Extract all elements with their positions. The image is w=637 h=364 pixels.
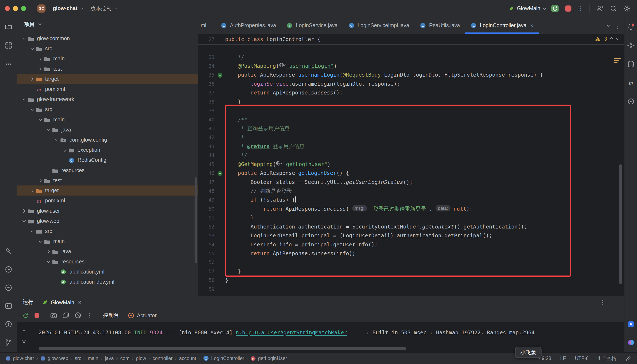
code-line-44[interactable]: 44 */ [198, 151, 624, 160]
tool-maven[interactable]: m [626, 78, 635, 88]
breadcrumb-LoginController[interactable]: CLoginController [203, 355, 244, 362]
tree-chevron-icon[interactable] [29, 230, 35, 232]
breadcrumb-account[interactable]: account [179, 355, 196, 361]
tree-chevron-icon[interactable] [20, 98, 27, 100]
tree-chevron-icon[interactable] [29, 47, 35, 50]
tab-RsaUtils.java[interactable]: CRsaUtils.java [414, 17, 465, 34]
tree-item-pom.xml[interactable]: mpom.xml [17, 196, 198, 206]
more-icon[interactable]: ⋮ [87, 312, 93, 318]
code-line-43[interactable]: 43 * @return 登录用户信息 [198, 142, 624, 151]
code-line-53[interactable]: 53 LoginUserDetail principal = (LoginUse… [198, 231, 624, 240]
clear-icon[interactable] [74, 312, 82, 319]
horizontal-scrollbar[interactable] [39, 348, 406, 350]
tree-item-glow-web[interactable]: glow-web [17, 216, 198, 226]
tab-ml[interactable]: ml [198, 17, 215, 34]
code-line-58[interactable]: 58} [198, 276, 624, 285]
tool-chat[interactable] [3, 283, 13, 292]
tab-console[interactable]: 控制台 [103, 312, 119, 319]
hidden-tabs-icon[interactable] [607, 23, 610, 27]
tree-item-RedisConfig[interactable]: CRedisConfig [17, 155, 198, 165]
snapshot-icon[interactable] [62, 312, 70, 319]
breadcrumb-glow[interactable]: glow [136, 355, 146, 361]
minimize-window-button[interactable] [13, 6, 18, 11]
tree-chevron-icon[interactable] [20, 220, 27, 222]
thread-dump-icon[interactable] [50, 312, 57, 319]
breadcrumb-src[interactable]: src [75, 355, 81, 361]
url-inlay-icon[interactable] [276, 161, 283, 166]
more-icon[interactable]: ⋮ [578, 5, 584, 11]
tree-item-test[interactable]: test [17, 64, 198, 74]
code-line-51[interactable]: 51 } [198, 213, 624, 222]
code-line-54[interactable]: 54 UserInfo info = principal.getUserInfo… [198, 240, 624, 249]
tree-chevron-icon[interactable] [45, 250, 51, 253]
readonly-toggle-icon[interactable] [625, 355, 631, 361]
tree-item-target[interactable]: target [17, 185, 198, 196]
code-line-37[interactable]: 37 return ApiResponse.success(); [198, 88, 624, 97]
code-line-57[interactable]: 57 } [198, 267, 624, 276]
endpoint-gutter-icon[interactable] [215, 71, 225, 80]
project-menu[interactable]: glow-chat [49, 3, 86, 14]
close-window-button[interactable] [5, 6, 10, 11]
tree-item-glow-user[interactable]: glow-user [17, 206, 198, 216]
breadcrumb-main[interactable]: main [88, 355, 98, 361]
indent-style[interactable]: 4 个空格 [598, 355, 616, 362]
code-line-39[interactable]: 39 [198, 106, 624, 115]
code-line-27[interactable]: 27public class LoginController { [198, 35, 320, 44]
code-line-40[interactable]: 40 /** [198, 115, 624, 124]
breadcrumb-glow-chat[interactable]: glow-chat [6, 355, 34, 361]
code-line-50[interactable]: 50 return ApiResponse.success( msg: "登录已… [198, 204, 624, 213]
tree-chevron-icon[interactable] [29, 108, 35, 111]
tool-structure[interactable] [3, 40, 13, 50]
close-tab-icon[interactable]: × [530, 22, 534, 28]
tree-chevron-icon[interactable] [29, 189, 35, 192]
zoom-window-button[interactable] [21, 6, 26, 11]
tool-database[interactable] [626, 59, 635, 69]
tree-chevron-icon[interactable] [37, 118, 43, 121]
tree-item-resources[interactable]: resources [17, 256, 198, 266]
tree-chevron-icon[interactable] [37, 58, 43, 60]
tool-notifications[interactable] [626, 22, 635, 32]
breadcrumb-glow-web[interactable]: glow-web [41, 355, 68, 361]
search-icon[interactable] [609, 4, 618, 12]
tool-endpoints[interactable] [626, 96, 635, 106]
tree-item-test[interactable]: test [17, 175, 198, 185]
file-encoding[interactable]: UTF-8 [575, 355, 589, 361]
code-line-34[interactable]: 34 @PostMapping("usernameLogin") [198, 62, 624, 70]
tree-chevron-icon[interactable] [45, 260, 51, 263]
tool-ai-assistant[interactable] [626, 40, 635, 50]
code-area[interactable]: 33 */34 @PostMapping("usernameLogin")35 … [198, 44, 624, 294]
code-line-45[interactable]: 45 @GetMapping("getLoginUser") [198, 160, 624, 169]
code-line-42[interactable]: 42 * [198, 133, 624, 142]
tab-actuator[interactable]: Actuator [128, 312, 156, 318]
tree-item-main[interactable]: main [17, 236, 198, 246]
stop-small-icon[interactable] [34, 312, 40, 318]
breadcrumb-java[interactable]: java [105, 355, 114, 361]
close-tab-icon[interactable]: × [78, 299, 81, 306]
code-line-41[interactable]: 41 * 查询登录用户信息 [198, 124, 624, 133]
tree-item-application.yml[interactable]: application.yml [17, 266, 198, 277]
project-panel-header[interactable]: 项目 [17, 17, 198, 32]
project-scrollbar[interactable] [195, 177, 197, 264]
tree-item-src[interactable]: src [17, 104, 198, 114]
tree-chevron-icon[interactable] [20, 210, 27, 212]
code-line-33[interactable]: 33 */ [198, 53, 624, 62]
scroll-to-end-icon[interactable] [21, 339, 27, 344]
scroll-up-icon[interactable]: ↑ [23, 328, 26, 334]
breadcrumb-com[interactable]: com [120, 355, 130, 361]
code-line-56[interactable]: 56 [198, 258, 624, 267]
breadcrumb-controller[interactable]: controller [152, 355, 172, 361]
vcs-menu[interactable]: 版本控制 [86, 3, 120, 14]
tree-item-main[interactable]: main [17, 54, 198, 64]
tool-services[interactable] [3, 264, 13, 274]
hide-panel-icon[interactable]: — [613, 299, 619, 305]
sticky-line[interactable]: 27public class LoginController { [198, 34, 624, 44]
endpoint-gutter-icon[interactable] [215, 169, 225, 178]
run-config-selector[interactable]: GlowMain [509, 5, 545, 11]
tree-item-src[interactable]: src [17, 226, 198, 236]
tree-item-target[interactable]: target [17, 74, 198, 84]
tree-item-glow-common[interactable]: glow-common [17, 33, 198, 43]
editor-menu-icon[interactable] [614, 57, 621, 64]
tab-LoginService.java[interactable]: ILoginService.java [281, 17, 343, 34]
rerun-small-icon[interactable] [22, 312, 29, 319]
tool-build[interactable] [3, 246, 13, 256]
